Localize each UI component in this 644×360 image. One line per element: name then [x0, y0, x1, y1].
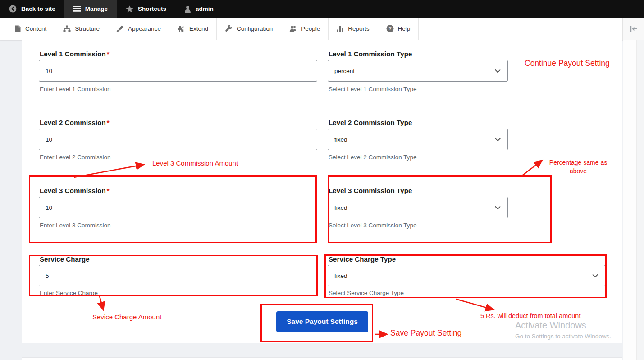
level-3-commission-type-select[interactable]: fixed: [328, 197, 508, 218]
menu-label-extend: Extend: [189, 25, 208, 32]
puzzle-icon: [178, 25, 185, 32]
required-asterisk: *: [107, 50, 110, 58]
manage-menu-toolbar: Content Structure Appearance Extend Conf…: [0, 18, 644, 40]
chevron-down-icon: [495, 67, 501, 73]
required-asterisk: *: [107, 187, 110, 194]
field-help: Enter Level 2 Commission: [40, 154, 111, 161]
level-1-commission-input[interactable]: [39, 60, 317, 82]
wrench-icon: [225, 25, 233, 32]
paintbrush-icon: [116, 25, 124, 32]
menu-label-help: Help: [398, 25, 411, 32]
back-to-site-label: Back to site: [21, 5, 55, 12]
admin-toolbar: Back to site Manage Shortcuts admin: [0, 0, 644, 18]
admin-user-label: admin: [196, 5, 214, 12]
help-icon: ?: [386, 25, 394, 32]
field-help: Enter Level 1 Commission: [40, 86, 111, 92]
menu-item-people[interactable]: People: [281, 18, 329, 40]
menu-label-people: People: [301, 25, 320, 32]
field-help: Select Level 3 Commission Type: [329, 222, 417, 229]
menu-item-structure[interactable]: Structure: [55, 18, 108, 40]
chevron-down-icon: [592, 272, 598, 278]
field-label: Service Charge Type: [329, 255, 396, 263]
level-2-commission-input[interactable]: [39, 129, 317, 150]
menu-label-reports: Reports: [348, 25, 369, 32]
chevron-down-icon: [495, 136, 501, 142]
shortcuts-label: Shortcuts: [138, 5, 166, 12]
level-1-commission-type-select[interactable]: percent: [328, 60, 508, 82]
level-2-commission-type-select[interactable]: fixed: [328, 129, 508, 150]
menu-item-help[interactable]: ? Help: [378, 18, 419, 40]
star-icon: [126, 5, 133, 13]
people-icon: [289, 25, 297, 32]
field-label: Level 2 Commission*: [40, 119, 110, 126]
required-asterisk: *: [107, 119, 110, 126]
field-label: Level 1 Commission*: [40, 50, 110, 58]
field-label: Level 2 Commission Type: [329, 119, 412, 126]
svg-text:?: ?: [388, 26, 392, 31]
field-help: Select Level 2 Commission Type: [329, 154, 417, 161]
user-icon: [184, 5, 191, 13]
field-label: Level 3 Commission*: [40, 187, 110, 194]
field-label: Service Charge: [40, 255, 90, 263]
menu-label-appearance: Appearance: [128, 25, 161, 32]
field-label: Level 1 Commission Type: [329, 50, 412, 58]
toolbar-orientation-toggle[interactable]: [622, 18, 644, 40]
collapse-left-icon: [630, 26, 638, 32]
next-section-card: [22, 357, 622, 360]
sitemap-icon: [63, 25, 71, 32]
payout-settings-card: [22, 40, 622, 343]
bar-chart-icon: [337, 25, 344, 32]
field-help: Enter Service Charge: [40, 290, 98, 296]
field-help: Select Level 1 Commission Type: [329, 86, 417, 92]
menu-label-content: Content: [25, 25, 46, 32]
vertical-scrollbar[interactable]: [636, 40, 644, 360]
menu-item-extend[interactable]: Extend: [169, 18, 217, 40]
service-charge-type-select[interactable]: fixed: [328, 265, 605, 286]
field-label: Level 3 Commission Type: [329, 187, 412, 194]
menu-label-configuration: Configuration: [237, 25, 273, 32]
shortcuts-tab[interactable]: Shortcuts: [117, 0, 175, 18]
menu-item-reports[interactable]: Reports: [329, 18, 378, 40]
document-icon: [14, 25, 21, 32]
menu-label-structure: Structure: [75, 25, 100, 32]
back-icon: [9, 5, 17, 13]
save-payout-settings-button[interactable]: Save Payout Settings: [276, 311, 368, 332]
manage-label: Manage: [85, 5, 108, 12]
chevron-down-icon: [495, 204, 501, 210]
back-to-site-button[interactable]: Back to site: [0, 0, 64, 18]
field-help: Enter Level 3 Commission: [40, 222, 111, 229]
hamburger-icon: [73, 5, 81, 12]
service-charge-input[interactable]: [39, 265, 317, 286]
manage-tab[interactable]: Manage: [64, 0, 117, 18]
field-help: Select Service Charge Type: [329, 290, 404, 296]
admin-user-menu[interactable]: admin: [175, 0, 223, 18]
menu-item-appearance[interactable]: Appearance: [108, 18, 169, 40]
menu-item-configuration[interactable]: Configuration: [217, 18, 281, 40]
menu-item-content[interactable]: Content: [6, 18, 55, 40]
level-3-commission-input[interactable]: [39, 197, 317, 218]
